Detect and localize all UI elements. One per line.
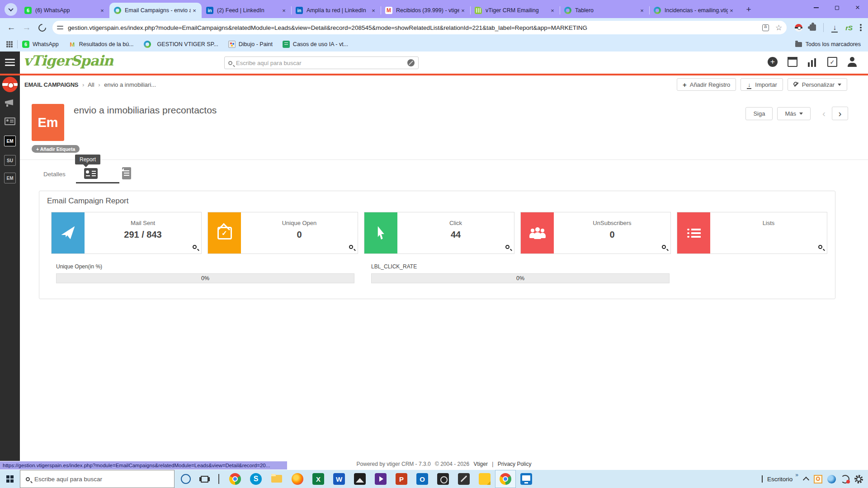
- add-record-button[interactable]: Añadir Registro: [677, 78, 736, 91]
- add-tag-button[interactable]: + Añadir Etiqueta: [32, 145, 80, 153]
- tab-details[interactable]: Detalles: [43, 171, 66, 178]
- vtiger-link[interactable]: Vtiger: [474, 461, 488, 467]
- taskbar-remote-desktop[interactable]: [516, 470, 537, 488]
- import-button[interactable]: Importar: [741, 78, 783, 91]
- tab-close-icon[interactable]: [638, 7, 646, 14]
- tab-vtiger-emailing[interactable]: vTiger CRM Emailing: [470, 3, 560, 18]
- tab-close-icon[interactable]: [728, 7, 735, 14]
- translate-icon[interactable]: [762, 24, 769, 31]
- url-text[interactable]: gestion.vtigerspain.es/index.php?module=…: [68, 24, 756, 31]
- chevrons-right-icon[interactable]: [795, 472, 798, 478]
- tab-document-icon[interactable]: [122, 167, 131, 179]
- tab-tablero[interactable]: Tablero: [560, 3, 649, 18]
- pokeball-extension-icon[interactable]: [795, 24, 802, 32]
- taskbar-tools[interactable]: [453, 470, 474, 488]
- more-button[interactable]: Más: [777, 107, 811, 120]
- tasks-icon[interactable]: [827, 57, 837, 67]
- reload-button[interactable]: [34, 20, 50, 35]
- drilldown-search-icon[interactable]: [505, 245, 509, 249]
- settings-gear-icon[interactable]: [854, 475, 863, 483]
- crm-logo[interactable]: vTigerSpain: [24, 52, 113, 69]
- taskbar-excel[interactable]: [308, 470, 329, 488]
- bookmark-google-results[interactable]: Resultados de la bú...: [69, 41, 134, 48]
- tab-whatsapp[interactable]: (6) WhatsApp: [20, 3, 109, 18]
- task-view-icon[interactable]: [201, 476, 208, 483]
- drilldown-search-icon[interactable]: [193, 245, 197, 249]
- taskbar-search[interactable]: [20, 470, 175, 488]
- breadcrumb-module[interactable]: EMAIL CAMPAIGNS: [24, 81, 78, 88]
- taskbar-chrome[interactable]: [225, 470, 245, 488]
- taskbar-notes[interactable]: [474, 470, 495, 488]
- minimize-button[interactable]: [806, 0, 826, 15]
- calendar-icon[interactable]: [788, 57, 797, 67]
- global-search-input[interactable]: [236, 60, 407, 66]
- marketing-app-icon[interactable]: [2, 77, 18, 92]
- tab-gmail-inbox[interactable]: Recibidos (39.999) - vtiger: [381, 3, 470, 18]
- cortana-icon[interactable]: [181, 474, 191, 484]
- customize-button[interactable]: Personalizar: [788, 78, 847, 91]
- next-record-button[interactable]: [832, 107, 848, 120]
- taskbar-firefox[interactable]: [287, 470, 308, 488]
- new-tab-button[interactable]: [742, 3, 755, 16]
- global-search[interactable]: [224, 56, 419, 69]
- taskbar-camera[interactable]: [433, 470, 453, 488]
- reports-chart-icon[interactable]: [807, 57, 817, 67]
- close-button[interactable]: [847, 0, 868, 15]
- taskbar-chrome-active[interactable]: [495, 470, 516, 488]
- taskbar-media-player[interactable]: [370, 470, 391, 488]
- tab-close-icon[interactable]: [459, 7, 467, 14]
- bookmark-casos-ia[interactable]: Casos de uso IA - vt...: [283, 41, 348, 48]
- maximize-button[interactable]: [826, 0, 847, 15]
- bookmark-star-icon[interactable]: [775, 23, 782, 33]
- extensions-puzzle-icon[interactable]: [810, 24, 816, 31]
- all-bookmarks-button[interactable]: Todos los marcadores: [795, 41, 861, 47]
- forward-button[interactable]: [19, 20, 34, 35]
- bookmark-whatsapp[interactable]: WhatsApp: [22, 41, 59, 48]
- sidebar-item-email-campaigns[interactable]: EM: [4, 136, 16, 146]
- bookmark-paint[interactable]: Dibujo - Paint: [228, 41, 273, 48]
- drilldown-search-icon[interactable]: [662, 245, 666, 249]
- address-bar[interactable]: gestion.vtigerspain.es/index.php?module=…: [52, 21, 787, 34]
- show-hidden-icons-chevron[interactable]: [803, 477, 809, 483]
- menu-hamburger-icon[interactable]: [5, 59, 15, 68]
- tab-close-icon[interactable]: [549, 7, 556, 14]
- previous-record-icon[interactable]: [822, 108, 826, 119]
- campaigns-megaphone-icon[interactable]: [5, 99, 15, 107]
- browser-menu-icon[interactable]: [860, 23, 862, 32]
- tab-close-icon[interactable]: [370, 7, 377, 14]
- outlook-tray-icon[interactable]: [814, 475, 822, 483]
- desktop-toolbar-label[interactable]: Escritorio: [767, 476, 793, 483]
- quick-create-icon[interactable]: [768, 57, 778, 67]
- tab-linkedin-feed[interactable]: (2) Feed | LinkedIn: [202, 3, 291, 18]
- tab-search-button[interactable]: [5, 3, 17, 16]
- back-button[interactable]: [4, 20, 19, 35]
- breadcrumb-list[interactable]: All: [88, 81, 94, 88]
- clear-search-icon[interactable]: [407, 59, 415, 66]
- tab-close-icon[interactable]: [280, 7, 288, 14]
- tab-close-icon[interactable]: [99, 7, 106, 14]
- bookmark-gestion-vtiger[interactable]: GESTION VTIGER SP...: [144, 41, 218, 48]
- follow-button[interactable]: Siga: [745, 107, 773, 120]
- rs-extension-icon[interactable]: [845, 24, 853, 32]
- downloads-icon[interactable]: [830, 23, 839, 32]
- drilldown-search-icon[interactable]: [818, 245, 822, 249]
- taskbar-word[interactable]: [329, 470, 349, 488]
- apps-grid-icon[interactable]: [6, 41, 13, 47]
- taskbar-search-input[interactable]: [34, 476, 169, 483]
- tab-report-icon[interactable]: [84, 168, 98, 179]
- drilldown-search-icon[interactable]: [349, 245, 353, 249]
- tab-email-campaigns[interactable]: Email Campaigns - envio a: [109, 3, 202, 18]
- tab-close-icon[interactable]: [191, 7, 198, 14]
- start-button[interactable]: [0, 470, 20, 488]
- taskbar-powerpoint[interactable]: [391, 470, 412, 488]
- sync-alert-tray-icon[interactable]: [841, 475, 849, 483]
- taskbar-file-explorer[interactable]: [266, 470, 287, 488]
- privacy-policy-link[interactable]: Privacy Policy: [498, 461, 532, 467]
- sidebar-item-subscribers[interactable]: SU: [4, 155, 16, 166]
- sidebar-item-emails[interactable]: EM: [4, 173, 16, 183]
- skype-globe-tray-icon[interactable]: [827, 475, 836, 483]
- site-info-icon[interactable]: [57, 25, 63, 30]
- taskbar-photos[interactable]: [349, 470, 370, 488]
- tab-incidencias[interactable]: Incidencias - emailing.vtig: [649, 3, 739, 18]
- tab-linkedin-network[interactable]: Amplía tu red | LinkedIn: [291, 3, 381, 18]
